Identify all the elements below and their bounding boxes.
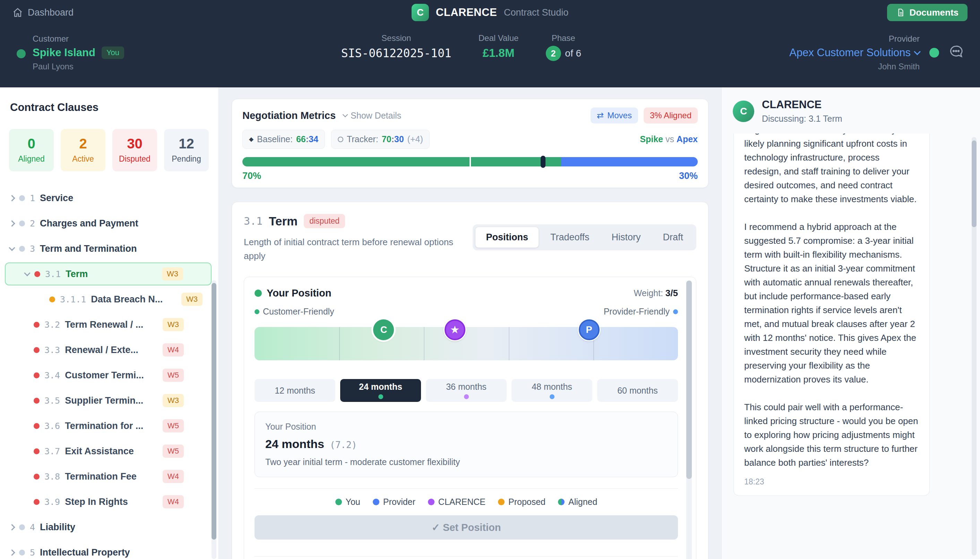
customer-block: Customer Spike Island You Paul Lyons (17, 34, 124, 71)
stat-card-active: 2Active (61, 129, 106, 171)
tree-item-3-1[interactable]: 3.1TermW3 (5, 263, 212, 285)
clause-number: 3.9 (45, 497, 60, 507)
weight-value: 3/5 (666, 288, 678, 298)
tab-history[interactable]: History (601, 227, 651, 248)
sidebar-title: Contract Clauses (10, 101, 218, 114)
legend-provider: Provider (373, 497, 415, 507)
diamond-icon: ◆ (249, 136, 253, 143)
customer-contact: Paul Lyons (33, 62, 124, 71)
position-title: Your Position (267, 288, 331, 299)
status-badge: disputed (304, 214, 345, 228)
provider-friendly-dot (673, 309, 678, 314)
stat-card-aligned: 0Aligned (9, 129, 54, 171)
clause-number: 3.7 (45, 446, 60, 456)
balance-bar-green (242, 157, 561, 167)
clause-label: Supplier Termin... (65, 395, 143, 406)
tree-item-5[interactable]: 5Intellectual Property (5, 541, 212, 559)
clarence-avatar: C (733, 101, 754, 122)
sidebar-scrollbar[interactable] (212, 280, 216, 559)
option-48-months[interactable]: 48 months (512, 379, 592, 402)
balance-bar (242, 157, 698, 167)
legend-label: CLARENCE (438, 497, 486, 507)
clause-number: 3.6 (45, 421, 60, 431)
tree-item-3-8[interactable]: 3.8Termination FeeW4 (5, 465, 212, 488)
chat-message-bubble: fragmented back-office systems. They're … (734, 134, 930, 496)
tree-item-3-1-1[interactable]: 3.1.1Data Breach N...W3 (5, 288, 212, 311)
documents-button[interactable]: Documents (887, 4, 967, 21)
tracker-right: 30 (394, 134, 404, 144)
tree-item-3-5[interactable]: 3.5Supplier Termin...W3 (5, 389, 212, 412)
position-slider[interactable]: C★P (255, 327, 678, 360)
moves-toggle[interactable]: ⇄ Moves (590, 108, 638, 124)
session-id: SIS-06122025-101 (341, 46, 451, 60)
tab-positions[interactable]: Positions (476, 227, 539, 248)
app-root: Dashboard C CLARENCE Contract Studio Doc… (0, 0, 980, 559)
chevron-right-icon[interactable] (9, 195, 15, 201)
provider-name: Apex Customer Solutions (789, 46, 911, 59)
chat-scrollbar[interactable] (972, 137, 977, 556)
option-label: 60 months (617, 385, 658, 396)
legend-clarence: CLARENCE (428, 497, 486, 507)
weight-label: Weight: 3/5 (634, 288, 678, 299)
clause-number: 1 (30, 193, 35, 203)
dashboard-label: Dashboard (28, 7, 74, 18)
logo-letter: C (412, 4, 429, 21)
chat-message-area[interactable]: fragmented back-office systems. They're … (722, 134, 980, 559)
chevron-down-icon[interactable] (24, 270, 30, 276)
panel-scrollbar[interactable] (686, 281, 692, 559)
tab-draft[interactable]: Draft (652, 227, 694, 248)
baseline-left: 66 (296, 134, 306, 144)
provider-dropdown[interactable]: Apex Customer Solutions (789, 46, 920, 59)
clause-label: Term and Termination (40, 243, 137, 254)
stat-label: Disputed (114, 154, 155, 164)
chevron-right-icon[interactable] (9, 549, 15, 556)
main-panel: Negotiation Metrics Show Details ⇄ Moves… (219, 88, 721, 559)
tree-item-1[interactable]: 1Service (5, 187, 212, 210)
legend-dot (558, 499, 565, 505)
versus-label: Spike vs Apex (640, 134, 698, 144)
week-badge: W3 (163, 318, 184, 331)
option-36-months[interactable]: 36 months (426, 379, 507, 402)
legend-you: You (335, 497, 360, 507)
clause-stats: 0Aligned2Active30Disputed12Pending (9, 129, 209, 171)
tree-item-3-3[interactable]: 3.3Renewal / Exte...W4 (5, 339, 212, 361)
tree-item-3-9[interactable]: 3.9Step In RightsW4 (5, 490, 212, 513)
dashboard-link[interactable]: Dashboard (13, 7, 74, 18)
tree-item-4[interactable]: 4Liability (5, 516, 212, 539)
option-24-months[interactable]: 24 months (340, 379, 421, 402)
sidebar-scrollbar-thumb[interactable] (212, 283, 216, 539)
clause-status-dot (34, 398, 40, 404)
show-details-toggle[interactable]: Show Details (343, 111, 401, 121)
chevron-right-icon[interactable] (9, 220, 15, 227)
message-paragraph: fragmented back-office systems. They're … (744, 134, 919, 206)
tree-item-3-4[interactable]: 3.4Customer Termi...W5 (5, 364, 212, 387)
tree-item-3-6[interactable]: 3.6Termination for ...W5 (5, 414, 212, 437)
panel-scrollbar-thumb[interactable] (686, 281, 692, 479)
chevron-spacer (24, 475, 29, 479)
week-badge: W3 (181, 293, 203, 306)
current-position-value: 24 months (265, 437, 324, 451)
tree-item-3-7[interactable]: 3.7Exit AssistanceW5 (5, 440, 212, 463)
option-60-months[interactable]: 60 months (597, 379, 678, 402)
tree-item-3[interactable]: 3Term and Termination (5, 237, 212, 260)
clause-label: Liability (40, 522, 75, 533)
clause-status-dot (19, 220, 25, 227)
message-timestamp: 18:23 (744, 477, 919, 486)
customer-label: Customer (33, 34, 124, 44)
set-position-button[interactable]: ✓ Set Position (255, 515, 678, 539)
clause-status-dot (19, 524, 25, 530)
tree-item-3-2[interactable]: 3.2Term Renewal / ...W3 (5, 313, 212, 336)
tab-tradeoffs[interactable]: Tradeoffs (540, 227, 600, 248)
your-position-marker[interactable]: C (373, 319, 394, 340)
current-position-score: (7.2) (330, 440, 357, 450)
chat-bubble-icon[interactable] (949, 45, 963, 59)
chevron-spacer (24, 500, 29, 504)
tree-item-2[interactable]: 2Charges and Payment (5, 212, 212, 235)
chevron-right-icon[interactable] (9, 524, 15, 530)
slider-gridline (339, 327, 340, 360)
negotiation-metrics-card: Negotiation Metrics Show Details ⇄ Moves… (231, 99, 709, 188)
clause-tree: 1Service2Charges and Payment3Term and Te… (0, 187, 218, 559)
option-12-months[interactable]: 12 months (255, 379, 335, 402)
chevron-down-icon[interactable] (9, 245, 15, 251)
chat-scrollbar-thumb[interactable] (972, 141, 977, 227)
